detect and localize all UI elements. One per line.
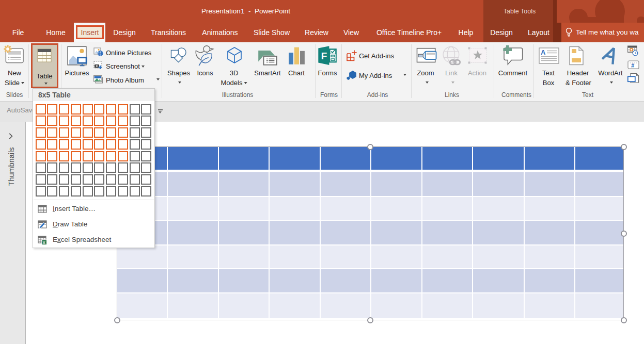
svg-text:#: # [631, 62, 634, 69]
svg-text:X: X [43, 240, 46, 245]
svg-text:A: A [541, 48, 546, 56]
svg-text:F: F [321, 51, 327, 61]
